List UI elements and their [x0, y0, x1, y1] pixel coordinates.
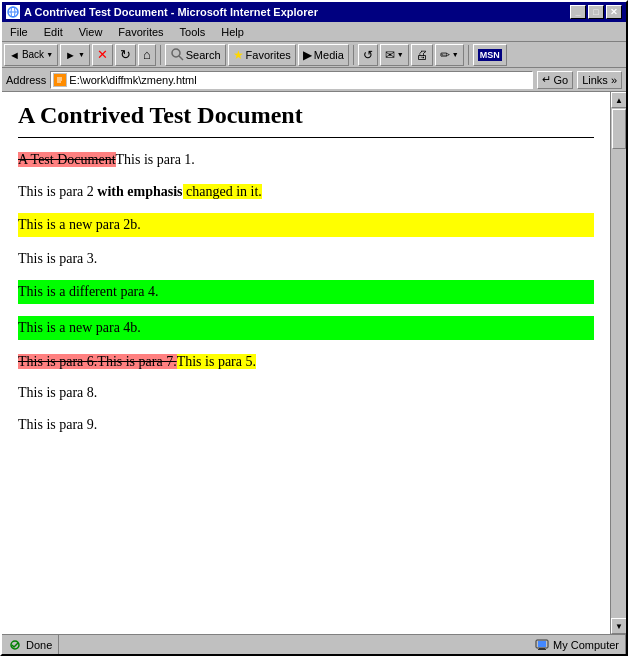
scroll-thumb[interactable] — [612, 109, 626, 149]
para-9-text: This is para 9. — [18, 417, 97, 432]
para-8-text: This is para 8. — [18, 385, 97, 400]
browser-window: A Contrived Test Document - Microsoft In… — [0, 0, 628, 656]
scroll-up-button[interactable]: ▲ — [611, 92, 626, 108]
browser-icon — [6, 5, 20, 19]
stop-button[interactable]: ✕ — [92, 44, 113, 66]
back-button[interactable]: ◄ Back ▼ — [4, 44, 58, 66]
back-dropdown-icon: ▼ — [46, 51, 53, 58]
url-input[interactable] — [69, 74, 530, 86]
scrollbar: ▲ ▼ — [610, 92, 626, 634]
refresh-icon: ↻ — [120, 47, 131, 62]
home-icon: ⌂ — [143, 47, 151, 62]
go-icon: ↵ — [542, 73, 551, 86]
page-divider — [18, 137, 594, 138]
page-title: A Contrived Test Document — [18, 102, 594, 129]
para-3-text: This is para 3. — [18, 251, 97, 266]
mail-icon: ✉ — [385, 48, 395, 62]
favorites-icon: ★ — [233, 48, 244, 62]
new-para-5: This is para 5. — [177, 354, 256, 369]
para-2b: This is a new para 2b. — [18, 213, 594, 237]
favorites-label: Favorites — [246, 49, 291, 61]
forward-button[interactable]: ► ▼ — [60, 44, 90, 66]
address-input-container — [50, 71, 533, 89]
home-button[interactable]: ⌂ — [138, 44, 156, 66]
address-bar: Address ↵ Go Links » — [2, 68, 626, 92]
computer-text: My Computer — [553, 639, 619, 651]
back-arrow-icon: ◄ — [9, 49, 20, 61]
menu-file[interactable]: File — [2, 24, 36, 40]
refresh-button[interactable]: ↻ — [115, 44, 136, 66]
edit-button[interactable]: ✏ ▼ — [435, 44, 464, 66]
links-button[interactable]: Links » — [577, 71, 622, 89]
title-bar-left: A Contrived Test Document - Microsoft In… — [6, 5, 318, 19]
para-2-bold: with emphasis — [97, 184, 182, 199]
toolbar: ◄ Back ▼ ► ▼ ✕ ↻ ⌂ Search ★ — [2, 42, 626, 68]
mail-dropdown-icon: ▼ — [397, 51, 404, 58]
menu-bar: File Edit View Favorites Tools Help — [2, 22, 626, 42]
edit-dropdown-icon: ▼ — [452, 51, 459, 58]
history-button[interactable]: ↺ — [358, 44, 378, 66]
para-4: This is a different para 4. — [18, 280, 594, 304]
title-bar: A Contrived Test Document - Microsoft In… — [2, 2, 626, 22]
para-567: This is para 6.This is para 7.This is pa… — [18, 352, 594, 372]
svg-line-4 — [179, 56, 183, 60]
address-label: Address — [6, 74, 46, 86]
media-button[interactable]: ▶ Media — [298, 44, 349, 66]
para-2-before: This is para 2 — [18, 184, 97, 199]
links-label: Links » — [582, 74, 617, 86]
title-bar-buttons: _ □ ✕ — [570, 5, 622, 19]
menu-help[interactable]: Help — [213, 24, 252, 40]
print-icon: 🖨 — [416, 48, 428, 62]
favorites-button[interactable]: ★ Favorites — [228, 44, 296, 66]
menu-edit[interactable]: Edit — [36, 24, 71, 40]
para-2: This is para 2 with emphasis changed in … — [18, 182, 594, 202]
history-icon: ↺ — [363, 48, 373, 62]
stop-icon: ✕ — [97, 47, 108, 62]
msn-button[interactable]: MSN — [473, 44, 507, 66]
status-text: Done — [26, 639, 52, 651]
media-icon: ▶ — [303, 48, 312, 62]
menu-view[interactable]: View — [71, 24, 111, 40]
para-9: This is para 9. — [18, 415, 594, 435]
scroll-down-button[interactable]: ▼ — [611, 618, 626, 634]
status-bar: Done My Computer — [2, 634, 626, 654]
back-label: Back — [22, 49, 44, 60]
go-button[interactable]: ↵ Go — [537, 71, 573, 89]
para-4-text: This is a different para 4. — [18, 280, 594, 304]
para-1-text: This is para 1. — [116, 152, 195, 167]
svg-rect-13 — [539, 648, 545, 649]
deleted-text-1: A Test Document — [18, 152, 116, 167]
separator-2 — [353, 45, 354, 65]
maximize-button[interactable]: □ — [588, 5, 604, 19]
menu-tools[interactable]: Tools — [172, 24, 214, 40]
para-8: This is para 8. — [18, 383, 594, 403]
status-done: Done — [2, 635, 59, 654]
minimize-button[interactable]: _ — [570, 5, 586, 19]
svg-rect-12 — [538, 641, 546, 647]
para-4b-text: This is a new para 4b. — [18, 316, 594, 340]
content-area: A Contrived Test Document A Test Documen… — [2, 92, 610, 634]
search-label: Search — [186, 49, 221, 61]
search-button[interactable]: Search — [165, 44, 226, 66]
status-computer: My Computer — [529, 635, 626, 654]
page-icon — [53, 73, 67, 87]
para-2-changed: changed in it. — [183, 184, 262, 199]
para-2b-text: This is a new para 2b. — [18, 213, 594, 237]
mail-button[interactable]: ✉ ▼ — [380, 44, 409, 66]
para-4b: This is a new para 4b. — [18, 316, 594, 340]
print-button[interactable]: 🖨 — [411, 44, 433, 66]
status-icon — [8, 638, 22, 652]
go-label: Go — [553, 74, 568, 86]
close-button[interactable]: ✕ — [606, 5, 622, 19]
scroll-track[interactable] — [611, 108, 626, 618]
media-label: Media — [314, 49, 344, 61]
search-icon — [170, 47, 184, 63]
separator-1 — [160, 45, 161, 65]
separator-3 — [468, 45, 469, 65]
deleted-para-7: This is para 7. — [97, 354, 176, 369]
menu-favorites[interactable]: Favorites — [110, 24, 171, 40]
content-wrapper: A Contrived Test Document A Test Documen… — [2, 92, 626, 634]
para-1: A Test DocumentThis is para 1. — [18, 150, 594, 170]
forward-arrow-icon: ► — [65, 49, 76, 61]
svg-point-3 — [172, 49, 180, 57]
